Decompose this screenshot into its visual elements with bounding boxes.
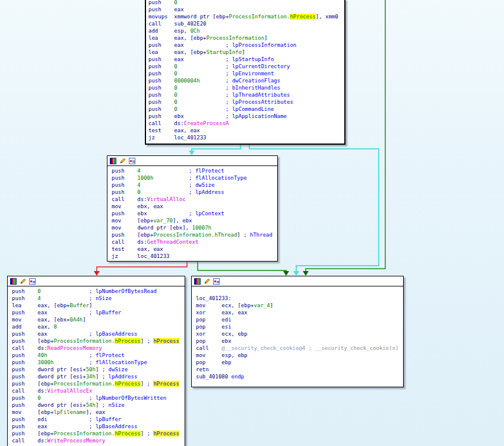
asm-line[interactable]: push eax <box>148 6 342 13</box>
asm-line[interactable]: call ds:VirtualAlloc <box>112 196 275 203</box>
asm-line[interactable]: movups xmmword ptr [ebp+ProcessInformati… <box>148 13 342 20</box>
asm-line[interactable]: push 1000h ; flAllocationType <box>112 174 275 181</box>
asm-line[interactable]: mov dword ptr [ebx], 10007h <box>112 224 275 231</box>
asm-line[interactable]: push eax ; lpBuffer <box>12 309 182 316</box>
asm-line[interactable]: push 0 ; lpProcessAttributes <box>148 98 342 106</box>
disassembly-listing: push 0push eaxmovups xmmword ptr [ebp+Pr… <box>146 0 344 142</box>
asm-line[interactable]: push 4 ; dwSize <box>112 181 275 189</box>
asm-line[interactable]: push 0 ; lpNumberOfBytesRead <box>12 288 182 295</box>
group-node-icon[interactable] <box>29 278 36 285</box>
asm-line[interactable]: push 0 ; lpCurrentDirectory <box>148 63 342 70</box>
asm-line[interactable]: push 0 ; lpNumberOfBytesWritten <box>12 394 182 402</box>
asm-line[interactable]: push 3000h ; flAllocationType <box>12 359 182 366</box>
asm-line[interactable]: test eax, eax <box>112 246 275 253</box>
asm-line[interactable]: push 0 ; lpCommandLine <box>148 106 342 113</box>
asm-line[interactable]: call ds:CreateProcessA <box>148 120 342 127</box>
asm-line[interactable]: push 0 ; lpThreadAttributes <box>148 91 342 98</box>
asm-line[interactable]: xor ecx, ebp <box>196 330 401 337</box>
asm-line[interactable]: push dword ptr [esi+34h] ; lpAddress <box>12 373 182 380</box>
asm-line[interactable]: lea eax, [ebp+ProcessInformation] <box>148 34 342 42</box>
node-color-icon[interactable] <box>194 278 201 285</box>
asm-line[interactable]: call sub_402E20 <box>148 20 342 27</box>
asm-line[interactable]: call ds:WriteProcessMemory <box>12 437 182 444</box>
asm-line[interactable]: pop edi <box>196 316 401 323</box>
edge-arrowhead <box>189 151 195 155</box>
asm-line[interactable]: pop ebx <box>196 337 401 345</box>
asm-line[interactable]: mov ecx, [ebp+var_4] <box>196 302 401 309</box>
asm-line[interactable]: push dword ptr [esi+50h] ; dwSize <box>12 366 182 373</box>
asm-line[interactable]: push 4 ; flProtect <box>112 167 275 174</box>
asm-line[interactable]: pop ebp <box>196 359 401 366</box>
disassembly-listing: push 4 ; flProtectpush 1000h ; flAllocat… <box>107 166 277 261</box>
asm-line[interactable]: push ebx ; lpApplicationName <box>148 113 342 120</box>
asm-line[interactable]: push eax ; lpBaseAddress <box>12 330 182 337</box>
asm-line[interactable]: call ds:ReadProcessMemory <box>12 345 182 352</box>
group-node-icon[interactable] <box>129 158 135 164</box>
node-title-bar[interactable] <box>192 276 403 286</box>
asm-line[interactable]: lea eax, [ebp+Buffer] <box>12 302 182 309</box>
basic-block-loc-401233[interactable]: loc_401233:mov ecx, [ebp+var_4]xor eax, … <box>191 276 404 387</box>
asm-line[interactable]: push [ebp+ProcessInformation.hThread] ; … <box>112 231 275 238</box>
asm-line[interactable]: mov [ebp+var_70], ebx <box>112 217 275 224</box>
asm-line[interactable]: lea eax, [ebp+StartupInfo] <box>148 49 342 56</box>
edit-pencil-icon[interactable] <box>119 158 126 164</box>
asm-line[interactable]: push eax ; lpProcessInformation <box>148 42 342 49</box>
asm-line[interactable]: push [ebp+ProcessInformation.hProcess] ;… <box>12 380 182 387</box>
asm-line[interactable]: call ds:VirtualAllocEx <box>12 387 182 394</box>
asm-line[interactable]: pop esi <box>196 323 401 330</box>
asm-line[interactable]: mov eax, [ebx+0A4h] <box>12 316 182 323</box>
asm-line[interactable]: push 0 <box>148 0 342 6</box>
asm-line[interactable]: xor eax, eax <box>196 309 401 316</box>
edit-pencil-icon[interactable] <box>20 278 26 285</box>
edge-arrowhead <box>303 271 309 276</box>
asm-line[interactable]: push 8000004h ; dwCreationFlags <box>148 77 342 84</box>
asm-line[interactable]: mov [ebp+lpFilename], eax <box>12 409 182 416</box>
asm-line[interactable]: add eax, 8 <box>12 323 182 330</box>
node-title-bar[interactable] <box>107 156 277 166</box>
asm-line[interactable]: push [ebp+ProcessInformation.hProcess] ;… <box>12 430 182 437</box>
asm-line[interactable]: push eax ; lpStartupInfo <box>148 56 342 63</box>
edge-arrowhead <box>94 271 100 276</box>
asm-line[interactable]: jz loc_401233 <box>148 134 342 141</box>
disassembly-listing: push 0 ; lpNumberOfBytesReadpush 4 ; nSi… <box>8 286 185 445</box>
asm-line[interactable]: push [ebp+ProcessInformation.hProcess] ;… <box>12 337 182 345</box>
node-color-icon[interactable] <box>10 278 17 285</box>
asm-line[interactable]: push 4 ; nSize <box>12 295 182 302</box>
asm-line[interactable]: sub_401080 endp <box>196 373 401 380</box>
edge-arrowhead <box>293 271 299 276</box>
asm-line[interactable]: push 0 ; bInheritHandles <box>148 84 342 91</box>
asm-line[interactable]: add esp, 0Ch <box>148 27 342 34</box>
ida-graph-view: push 0push eaxmovups xmmword ptr [ebp+Pr… <box>0 0 504 446</box>
asm-line[interactable]: push 0 ; lpAddress <box>112 189 275 196</box>
basic-block-createprocess[interactable]: push 0push eaxmovups xmmword ptr [ebp+Pr… <box>145 0 345 145</box>
asm-line[interactable]: call @__security_check_cookie@4 ; __secu… <box>196 345 401 352</box>
asm-line[interactable]: jz loc_401233 <box>112 253 275 260</box>
group-node-icon[interactable] <box>213 278 220 285</box>
asm-line[interactable]: push dword ptr [esi+54h] ; nSize <box>12 402 182 409</box>
basic-block-readprocessmemory[interactable]: push 0 ; lpNumberOfBytesReadpush 4 ; nSi… <box>7 276 185 446</box>
asm-line[interactable]: retn <box>196 366 401 373</box>
basic-block-virtualalloc[interactable]: push 4 ; flProtectpush 1000h ; flAllocat… <box>107 155 278 262</box>
node-color-icon[interactable] <box>110 158 116 164</box>
edit-pencil-icon[interactable] <box>204 278 210 285</box>
asm-line[interactable]: test eax, eax <box>148 127 342 134</box>
asm-line[interactable]: push edi ; lpBuffer <box>12 416 182 423</box>
asm-line[interactable]: mov ebx, eax <box>112 203 275 210</box>
node-title-bar[interactable] <box>8 276 185 286</box>
edge-arrowhead <box>283 271 289 276</box>
asm-line[interactable]: push 40h ; flProtect <box>12 352 182 359</box>
disassembly-listing: loc_401233:mov ecx, [ebp+var_4]xor eax, … <box>192 286 403 381</box>
asm-line[interactable]: push ebx ; lpContext <box>112 210 275 217</box>
asm-line[interactable]: call ds:GetThreadContext <box>112 238 275 246</box>
asm-line[interactable]: loc_401233: <box>196 295 401 302</box>
asm-line[interactable]: push eax ; lpBaseAddress <box>12 423 182 430</box>
asm-line[interactable]: mov esp, ebp <box>196 352 401 359</box>
asm-line[interactable] <box>196 288 401 295</box>
asm-line[interactable]: push 0 ; lpEnvironment <box>148 70 342 77</box>
